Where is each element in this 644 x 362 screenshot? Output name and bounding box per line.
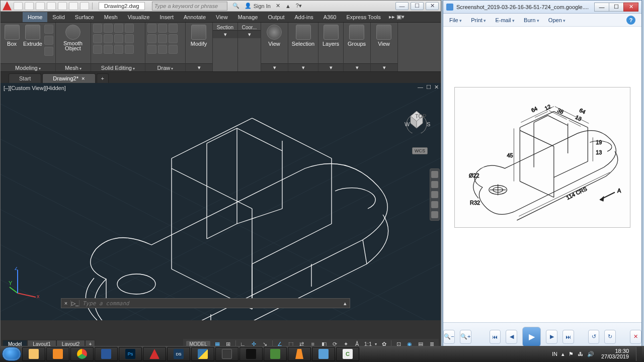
tray-volume-icon[interactable]: 🔊	[587, 351, 594, 357]
qat-open-icon[interactable]	[25, 2, 34, 10]
pv-delete-button[interactable]: ✕	[630, 330, 641, 344]
se-icon[interactable]	[125, 34, 134, 43]
tray-up-icon[interactable]: ▴	[561, 351, 565, 357]
se-icon[interactable]	[104, 45, 113, 54]
selection-button[interactable]: Selection	[290, 24, 316, 47]
view-button[interactable]: View	[263, 24, 285, 47]
pv-zoomin-button[interactable]: 🔍+	[460, 330, 471, 344]
app-logo-icon[interactable]	[3, 2, 12, 11]
layers-button[interactable]: Layers	[320, 24, 341, 47]
minimize-button[interactable]: —	[395, 2, 409, 10]
pv-prev-button[interactable]: ◀	[506, 330, 517, 344]
taskbar-vlc[interactable]	[288, 347, 311, 361]
draw-icon[interactable]	[169, 24, 178, 33]
taskbar-3ds[interactable]: DS	[167, 347, 190, 361]
pv-menu-file[interactable]: File	[449, 17, 462, 23]
tab-expresstools[interactable]: Express Tools	[341, 12, 385, 22]
se-icon[interactable]	[93, 34, 102, 43]
se-icon[interactable]	[93, 45, 102, 54]
pv-help-icon[interactable]: ?	[626, 16, 635, 25]
pv-close-button[interactable]: ✕	[623, 3, 638, 12]
pv-maximize-button[interactable]: ☐	[609, 3, 624, 12]
tab-insert[interactable]: Insert	[154, 12, 179, 22]
cmd-history-icon[interactable]: ▴	[341, 300, 350, 307]
qat-save-icon[interactable]	[36, 2, 45, 10]
pv-rotate-cw-button[interactable]: ↻	[604, 330, 616, 344]
coordinates-label[interactable]: Coor...	[240, 25, 259, 30]
nav-zoom-icon[interactable]	[431, 191, 438, 198]
tab-view[interactable]: View	[211, 12, 233, 22]
qat-redo-icon[interactable]	[80, 2, 89, 10]
signin-button[interactable]: 👤 Sign In	[245, 3, 271, 9]
draw-icon[interactable]	[158, 45, 167, 54]
draw-icon[interactable]	[169, 45, 178, 54]
layers-expand-icon[interactable]: ▾	[330, 64, 333, 71]
loft-icon[interactable]	[44, 36, 53, 45]
pv-menu-email[interactable]: E-mail	[495, 17, 515, 23]
filetab-add-button[interactable]: +	[97, 73, 109, 83]
modify-expand-icon[interactable]: ▾	[198, 64, 201, 71]
taskbar-autocad[interactable]	[143, 347, 166, 361]
section-label[interactable]: Section	[215, 25, 235, 30]
groups-expand-icon[interactable]: ▾	[356, 64, 359, 71]
se-icon[interactable]	[114, 24, 123, 33]
draw-icon[interactable]	[147, 45, 156, 54]
se-icon[interactable]	[125, 45, 134, 54]
tray-clock[interactable]: 18:30 27/03/2019	[601, 348, 629, 359]
show-desktop-button[interactable]	[636, 347, 642, 361]
filetab-start[interactable]: Start	[9, 73, 41, 83]
ribbon-overflow-icon[interactable]: ▸▸ ▣▾	[389, 14, 405, 20]
close-button[interactable]: ✕	[426, 2, 439, 10]
revolve-icon[interactable]	[44, 25, 53, 34]
search-button[interactable]: 🔍	[232, 3, 239, 9]
se-icon[interactable]	[114, 34, 123, 43]
tab-home[interactable]: Home	[23, 12, 47, 22]
tab-annotate[interactable]: Annotate	[179, 12, 211, 22]
draw-panel-label[interactable]: Draw	[157, 65, 174, 71]
pv-menu-burn[interactable]: Burn	[524, 17, 539, 23]
draw-icon[interactable]	[147, 34, 156, 43]
taskbar-terminal[interactable]	[239, 347, 263, 361]
viewport[interactable]: [–][Custom View][Hidden] — ☐ ✕	[1, 83, 441, 320]
se-icon[interactable]	[114, 45, 123, 54]
wcs-label[interactable]: WCS	[412, 147, 428, 154]
nav-bar[interactable]	[430, 168, 440, 221]
tab-addins[interactable]: Add-ins	[289, 12, 318, 22]
tab-visualize[interactable]: Visualize	[123, 12, 155, 22]
tab-surface[interactable]: Surface	[70, 12, 99, 22]
exchange-icon[interactable]: ✕	[276, 3, 280, 9]
tab-mesh[interactable]: Mesh	[99, 12, 123, 22]
pv-first-button[interactable]: ⏮	[490, 330, 501, 344]
se-icon[interactable]	[93, 24, 102, 33]
taskbar-photoviewer[interactable]	[312, 347, 335, 361]
taskbar-media[interactable]	[46, 347, 69, 361]
qat-new-icon[interactable]	[14, 2, 23, 10]
mesh-panel-label[interactable]: Mesh	[65, 65, 82, 71]
pv-menu-print[interactable]: Print	[471, 17, 486, 23]
taskbar-photoshop[interactable]: Ps	[119, 347, 142, 361]
box-button[interactable]: Box	[3, 24, 21, 47]
tray-flag-icon[interactable]: ⚑	[569, 351, 574, 357]
qat-plot-icon[interactable]	[58, 2, 67, 10]
pv-rotate-ccw-button[interactable]: ↺	[588, 330, 600, 344]
viewcube[interactable]: WS TOP	[401, 103, 432, 133]
sweep-icon[interactable]	[44, 47, 53, 56]
draw-icon[interactable]	[169, 34, 178, 43]
taskbar-chrome[interactable]	[70, 347, 94, 361]
qat-undo-icon[interactable]	[69, 2, 78, 10]
taskbar-app9[interactable]	[215, 347, 238, 361]
nav-pan-icon[interactable]	[431, 181, 438, 188]
se-icon[interactable]	[104, 34, 113, 43]
pv-minimize-button[interactable]: —	[594, 3, 609, 12]
se-icon[interactable]	[125, 24, 134, 33]
taskbar-camtasia[interactable]	[264, 347, 287, 361]
modeling-panel-label[interactable]: Modeling	[15, 65, 41, 71]
nav-showmotion-icon[interactable]	[431, 211, 438, 218]
maximize-button[interactable]: ☐	[411, 2, 424, 10]
selection-expand-icon[interactable]: ▾	[302, 64, 305, 71]
pv-last-button[interactable]: ⏭	[562, 330, 574, 344]
nav-wheel-icon[interactable]	[431, 171, 438, 178]
modify-button[interactable]: Modify	[188, 24, 210, 47]
draw-icon[interactable]	[158, 24, 167, 33]
se-icon[interactable]	[104, 24, 113, 33]
